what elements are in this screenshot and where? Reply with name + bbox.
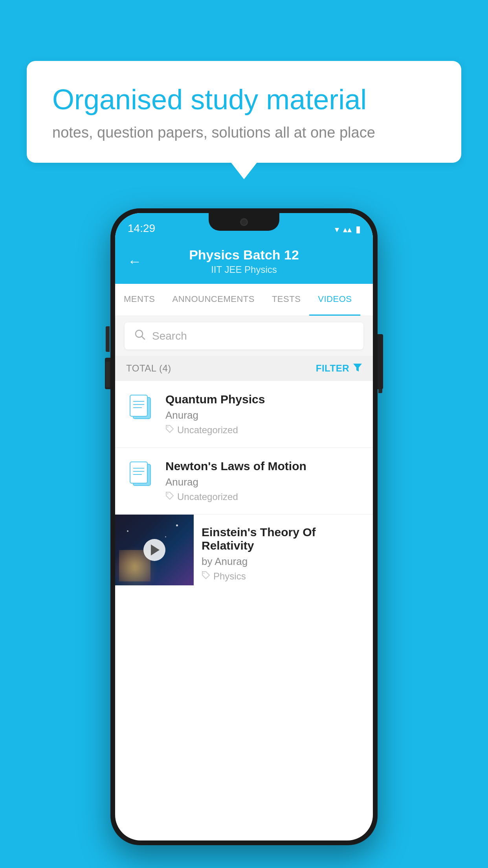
svg-point-15 <box>204 573 205 574</box>
svg-point-14 <box>167 493 169 495</box>
item-title: Newton's Laws of Motion <box>165 460 363 473</box>
header-title: Physics Batch 12 <box>151 247 337 263</box>
list-item[interactable]: Quantum Physics Anurag Uncategorized <box>115 381 373 448</box>
search-container: Search <box>115 316 373 356</box>
item-tag: Uncategorized <box>165 425 363 436</box>
video-thumbnail <box>115 515 194 585</box>
tag-label: Uncategorized <box>177 491 238 502</box>
star <box>176 524 178 526</box>
svg-point-8 <box>167 427 169 428</box>
front-camera <box>240 218 248 226</box>
search-input[interactable]: Search <box>152 330 187 342</box>
tag-label: Physics <box>213 571 246 582</box>
tabs-container: MENTS ANNOUNCEMENTS TESTS VIDEOS <box>115 284 373 316</box>
speech-bubble-container: Organised study material notes, question… <box>27 61 461 163</box>
list-item[interactable]: Einstein's Theory Of Relativity by Anura… <box>115 515 373 593</box>
back-button[interactable]: ← <box>128 253 142 270</box>
play-button[interactable] <box>143 539 165 561</box>
filter-button[interactable]: FILTER <box>316 363 362 374</box>
svg-marker-2 <box>353 364 362 371</box>
item-info: Newton's Laws of Motion Anurag Uncategor… <box>165 460 363 502</box>
vol-up-button <box>106 326 110 352</box>
item-tag: Uncategorized <box>165 491 363 502</box>
svg-rect-4 <box>130 395 147 416</box>
tag-label: Uncategorized <box>177 425 238 436</box>
signal-icon: ▴▴ <box>343 224 352 235</box>
wifi-icon: ▾ <box>335 224 339 235</box>
header-title-area: Physics Batch 12 IIT JEE Physics <box>151 247 337 275</box>
item-author: Anurag <box>165 476 363 488</box>
header-subtitle: IIT JEE Physics <box>151 264 337 275</box>
folder-icon <box>128 460 153 486</box>
phone-outer: 14:29 ▾ ▴▴ ▮ ← Physics Batch 12 IIT JEE … <box>110 208 378 845</box>
item-author: by Anurag <box>202 555 363 568</box>
play-triangle-icon <box>151 544 160 555</box>
search-bar[interactable]: Search <box>125 322 363 349</box>
tag-icon <box>165 425 174 436</box>
status-time: 14:29 <box>128 222 155 235</box>
speech-bubble-subtitle: notes, question papers, solutions all at… <box>52 124 436 141</box>
item-title: Einstein's Theory Of Relativity <box>202 526 363 552</box>
list-item[interactable]: Newton's Laws of Motion Anurag Uncategor… <box>115 448 373 515</box>
search-icon <box>134 329 146 343</box>
power-button <box>378 342 382 393</box>
folder-icon <box>128 393 153 419</box>
tab-tests[interactable]: TESTS <box>263 284 309 316</box>
tab-videos[interactable]: VIDEOS <box>309 284 360 316</box>
item-tag: Physics <box>202 571 363 582</box>
item-icon-container <box>125 393 156 419</box>
filter-icon <box>353 363 362 374</box>
tab-announcements[interactable]: ANNOUNCEMENTS <box>164 284 263 316</box>
speech-bubble: Organised study material notes, question… <box>27 61 461 163</box>
filter-label: FILTER <box>316 363 349 374</box>
status-icons: ▾ ▴▴ ▮ <box>335 224 360 235</box>
phone-mockup: 14:29 ▾ ▴▴ ▮ ← Physics Batch 12 IIT JEE … <box>110 208 378 845</box>
star <box>165 536 166 537</box>
svg-line-1 <box>142 337 145 339</box>
item-author: Anurag <box>165 409 363 421</box>
item-info: Einstein's Theory Of Relativity by Anura… <box>194 515 373 593</box>
tab-ments[interactable]: MENTS <box>115 284 164 316</box>
phone-notch <box>209 213 279 231</box>
svg-rect-10 <box>130 462 147 483</box>
phone-screen: 14:29 ▾ ▴▴ ▮ ← Physics Batch 12 IIT JEE … <box>115 213 373 840</box>
speech-bubble-title: Organised study material <box>52 83 436 116</box>
vol-down-button <box>106 362 110 387</box>
item-title: Quantum Physics <box>165 393 363 406</box>
battery-icon: ▮ <box>356 224 360 235</box>
tag-icon <box>165 491 174 502</box>
item-icon-container <box>125 460 156 486</box>
filter-bar: TOTAL (4) FILTER <box>115 356 373 381</box>
total-count: TOTAL (4) <box>126 363 171 374</box>
tag-icon <box>202 571 210 582</box>
app-header: ← Physics Batch 12 IIT JEE Physics <box>115 239 373 284</box>
star <box>127 530 128 532</box>
item-info: Quantum Physics Anurag Uncategorized <box>165 393 363 436</box>
video-list: Quantum Physics Anurag Uncategorized <box>115 381 373 593</box>
